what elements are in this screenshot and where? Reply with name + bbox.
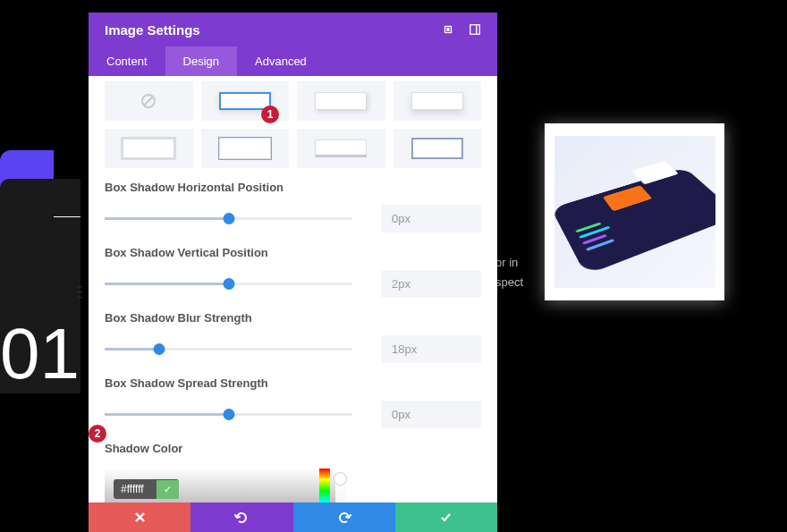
cancel-button[interactable] — [89, 502, 190, 532]
shadow-presets — [105, 81, 481, 168]
settings-panel: Image Settings Content Design Advanced 1… — [89, 13, 497, 532]
svg-line-5 — [144, 97, 153, 106]
slider-value-input[interactable]: 0px — [381, 205, 481, 232]
svg-rect-2 — [470, 25, 480, 35]
expand-icon[interactable] — [442, 23, 454, 36]
hex-input[interactable]: #ffffff — [114, 479, 157, 499]
panel-toggle-icon[interactable] — [469, 23, 481, 36]
image-preview — [545, 123, 724, 300]
slider-value-input[interactable]: 18px — [381, 335, 481, 363]
hex-confirm-icon[interactable]: ✓ — [157, 480, 179, 499]
background-text: or in spect — [495, 253, 523, 292]
preset-2[interactable] — [297, 81, 385, 121]
hue-slider[interactable] — [319, 469, 330, 502]
undo-button[interactable] — [190, 502, 292, 532]
slider-track[interactable] — [105, 217, 352, 220]
tab-content[interactable]: Content — [89, 46, 165, 76]
slider-track[interactable] — [105, 348, 352, 350]
slider-track[interactable] — [105, 413, 352, 416]
confirm-button[interactable] — [395, 502, 497, 532]
background-number: 01 — [0, 313, 80, 395]
redo-button[interactable] — [293, 502, 395, 532]
slider-thumb[interactable] — [223, 409, 234, 420]
slider-value-input[interactable]: 2px — [381, 270, 481, 298]
slider-label: Box Shadow Vertical Position — [105, 246, 481, 259]
preset-none[interactable] — [105, 81, 193, 121]
color-picker[interactable]: #ffffff ✓ — [105, 469, 335, 502]
preset-4[interactable] — [105, 129, 193, 168]
slider-label: Box Shadow Spread Strength — [105, 376, 481, 390]
panel-title: Image Settings — [105, 22, 200, 38]
alpha-slider[interactable] — [335, 477, 346, 502]
preset-6[interactable] — [297, 129, 385, 168]
shadow-color-label: Shadow Color — [105, 442, 481, 455]
svg-point-1 — [447, 29, 450, 31]
annotation-2: 2 — [89, 425, 106, 443]
annotation-1: 1 — [261, 106, 279, 123]
tab-design[interactable]: Design — [165, 46, 237, 76]
slider-value-input[interactable]: 0px — [381, 401, 481, 428]
slider-label: Box Shadow Blur Strength — [105, 311, 481, 325]
slider-label: Box Shadow Horizontal Position — [105, 181, 481, 194]
tab-advanced[interactable]: Advanced — [237, 46, 325, 76]
slider-track[interactable] — [105, 283, 352, 285]
preset-5[interactable] — [201, 129, 290, 168]
preset-7[interactable] — [394, 129, 482, 168]
slider-thumb[interactable] — [223, 278, 234, 290]
slider-thumb[interactable] — [153, 343, 165, 355]
preset-3[interactable] — [394, 81, 482, 121]
slider-thumb[interactable] — [223, 213, 234, 224]
tabs: Content Design Advanced — [89, 46, 497, 76]
